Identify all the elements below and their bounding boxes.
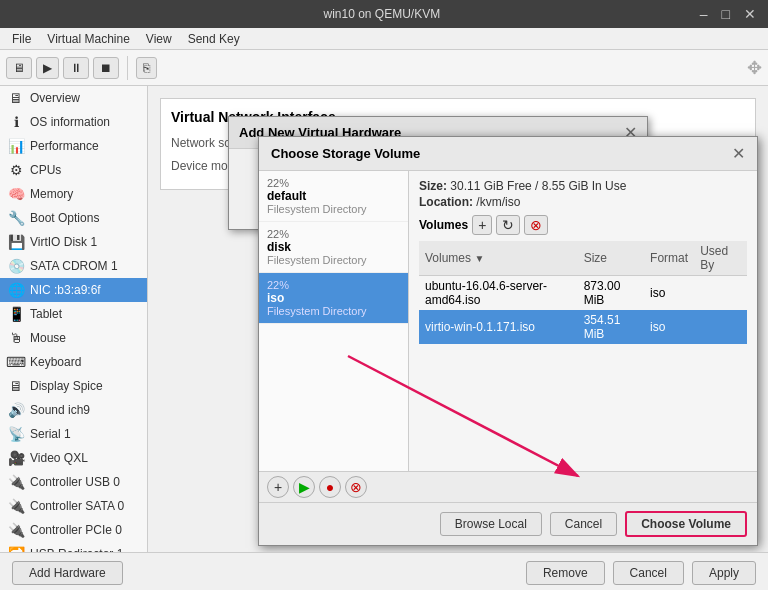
sidebar-item-controller-sata0[interactable]: 🔌 Controller SATA 0	[0, 494, 147, 518]
sidebar-label-overview: Overview	[30, 91, 80, 105]
maximize-button[interactable]: □	[718, 6, 734, 22]
sidebar-item-serial1[interactable]: 📡 Serial 1	[0, 422, 147, 446]
vol-refresh-button[interactable]: ↻	[496, 215, 520, 235]
sidebar-item-nic[interactable]: 🌐 NIC :b3:a9:6f	[0, 278, 147, 302]
sidebar-item-memory[interactable]: 🧠 Memory	[0, 182, 147, 206]
dialog-csv-close-button[interactable]: ✕	[732, 144, 745, 163]
toolbar: 🖥 ▶ ⏸ ⏹ ⎘ ✥	[0, 50, 768, 86]
pool-bottom-bar: + ▶ ● ⊗	[259, 471, 757, 502]
location-value: /kvm/iso	[476, 195, 520, 209]
menu-virtual-machine[interactable]: Virtual Machine	[39, 30, 138, 48]
sidebar-label-sound-ich9: Sound ich9	[30, 403, 90, 417]
pool-default-percent: 22%	[267, 177, 400, 189]
volume-row-virtio[interactable]: virtio-win-0.1.171.iso 354.51 MiB iso	[419, 310, 747, 344]
sidebar-item-controller-usb0[interactable]: 🔌 Controller USB 0	[0, 470, 147, 494]
size-value: 30.11 GiB Free / 8.55 GiB In Use	[450, 179, 626, 193]
clone-icon: ⎘	[143, 61, 150, 75]
sidebar-item-virtio-disk1[interactable]: 💾 VirtIO Disk 1	[0, 230, 147, 254]
sidebar-item-os-info[interactable]: ℹ OS information	[0, 110, 147, 134]
sidebar: 🖥 Overview ℹ OS information 📊 Performanc…	[0, 86, 148, 552]
volumes-toolbar: Volumes + ↻ ⊗	[419, 215, 747, 235]
volumes-label: Volumes	[419, 218, 468, 232]
volume-format-ubuntu: iso	[644, 276, 694, 311]
sidebar-label-cpus: CPUs	[30, 163, 61, 177]
menu-file[interactable]: File	[4, 30, 39, 48]
sidebar-item-performance[interactable]: 📊 Performance	[0, 134, 147, 158]
video-qxl-icon: 🎥	[8, 450, 24, 466]
volume-info: Size: 30.11 GiB Free / 8.55 GiB In Use L…	[419, 179, 747, 209]
pool-item-iso[interactable]: 22% iso Filesystem Directory	[259, 273, 408, 324]
sidebar-item-boot-options[interactable]: 🔧 Boot Options	[0, 206, 147, 230]
toolbar-power-btn[interactable]: 🖥	[6, 57, 32, 79]
sound-ich9-icon: 🔊	[8, 402, 24, 418]
sidebar-item-sound-ich9[interactable]: 🔊 Sound ich9	[0, 398, 147, 422]
pool-item-default[interactable]: 22% default Filesystem Directory	[259, 171, 408, 222]
main-area: 🖥 Overview ℹ OS information 📊 Performanc…	[0, 86, 768, 552]
sidebar-label-display-spice: Display Spice	[30, 379, 103, 393]
pools-list: 22% default Filesystem Directory 22% dis…	[259, 171, 409, 471]
sidebar-item-display-spice[interactable]: 🖥 Display Spice	[0, 374, 147, 398]
cancel-button[interactable]: Cancel	[613, 561, 684, 585]
volume-usedby-virtio	[694, 310, 747, 344]
volumes-table-body: ubuntu-16.04.6-server-amd64.iso 873.00 M…	[419, 276, 747, 345]
dialog-csv-title-text: Choose Storage Volume	[271, 146, 420, 161]
dialog-csv-title-bar: Choose Storage Volume ✕	[259, 137, 757, 171]
mouse-icon: 🖱	[8, 330, 24, 346]
pool-record-button[interactable]: ●	[319, 476, 341, 498]
controller-usb0-icon: 🔌	[8, 474, 24, 490]
cancel-storage-button[interactable]: Cancel	[550, 512, 617, 536]
pool-delete-button[interactable]: ⊗	[345, 476, 367, 498]
col-size-header: Size	[578, 241, 644, 276]
close-window-button[interactable]: ✕	[740, 6, 760, 22]
volume-row-ubuntu[interactable]: ubuntu-16.04.6-server-amd64.iso 873.00 M…	[419, 276, 747, 311]
pool-add-button[interactable]: +	[267, 476, 289, 498]
usb-redir1-icon: 🔁	[8, 546, 24, 552]
cpus-icon: ⚙	[8, 162, 24, 178]
sidebar-label-os-info: OS information	[30, 115, 110, 129]
sidebar-label-controller-pcie0: Controller PCIe 0	[30, 523, 122, 537]
sidebar-label-controller-sata0: Controller SATA 0	[30, 499, 124, 513]
size-label: Size:	[419, 179, 447, 193]
tablet-icon: 📱	[8, 306, 24, 322]
volume-format-virtio: iso	[644, 310, 694, 344]
sidebar-item-mouse[interactable]: 🖱 Mouse	[0, 326, 147, 350]
col-format-header: Format	[644, 241, 694, 276]
sidebar-item-keyboard[interactable]: ⌨ Keyboard	[0, 350, 147, 374]
sidebar-label-nic: NIC :b3:a9:6f	[30, 283, 101, 297]
memory-icon: 🧠	[8, 186, 24, 202]
sidebar-label-virtio-disk1: VirtIO Disk 1	[30, 235, 97, 249]
volumes-panel: Size: 30.11 GiB Free / 8.55 GiB In Use L…	[409, 171, 757, 471]
add-hardware-button[interactable]: Add Hardware	[12, 561, 123, 585]
controller-sata0-icon: 🔌	[8, 498, 24, 514]
volumes-table-header: Volumes ▼ Size Format Used By	[419, 241, 747, 276]
sidebar-item-video-qxl[interactable]: 🎥 Video QXL	[0, 446, 147, 470]
sidebar-item-controller-pcie0[interactable]: 🔌 Controller PCIe 0	[0, 518, 147, 542]
play-icon: ▶	[43, 61, 52, 75]
menu-send-key[interactable]: Send Key	[180, 30, 248, 48]
location-info-row: Location: /kvm/iso	[419, 195, 747, 209]
choose-volume-button[interactable]: Choose Volume	[625, 511, 747, 537]
size-info-row: Size: 30.11 GiB Free / 8.55 GiB In Use	[419, 179, 747, 193]
browse-local-button[interactable]: Browse Local	[440, 512, 542, 536]
toolbar-run-btn[interactable]: ▶	[36, 57, 59, 79]
sidebar-item-overview[interactable]: 🖥 Overview	[0, 86, 147, 110]
serial1-icon: 📡	[8, 426, 24, 442]
pool-item-disk[interactable]: 22% disk Filesystem Directory	[259, 222, 408, 273]
vol-stop-button[interactable]: ⊗	[524, 215, 548, 235]
toolbar-clone-btn[interactable]: ⎘	[136, 57, 157, 79]
sidebar-item-tablet[interactable]: 📱 Tablet	[0, 302, 147, 326]
toolbar-stop-btn[interactable]: ⏹	[93, 57, 119, 79]
toolbar-pause-btn[interactable]: ⏸	[63, 57, 89, 79]
remove-button[interactable]: Remove	[526, 561, 605, 585]
volume-usedby-ubuntu	[694, 276, 747, 311]
sidebar-item-cpus[interactable]: ⚙ CPUs	[0, 158, 147, 182]
vol-add-button[interactable]: +	[472, 215, 492, 235]
keyboard-icon: ⌨	[8, 354, 24, 370]
move-icon: ✥	[747, 57, 762, 79]
apply-button[interactable]: Apply	[692, 561, 756, 585]
minimize-button[interactable]: –	[696, 6, 712, 22]
menu-view[interactable]: View	[138, 30, 180, 48]
pool-start-button[interactable]: ▶	[293, 476, 315, 498]
sidebar-item-usb-redir1[interactable]: 🔁 USB Redirector 1	[0, 542, 147, 552]
sidebar-item-sata-cdrom1[interactable]: 💿 SATA CDROM 1	[0, 254, 147, 278]
